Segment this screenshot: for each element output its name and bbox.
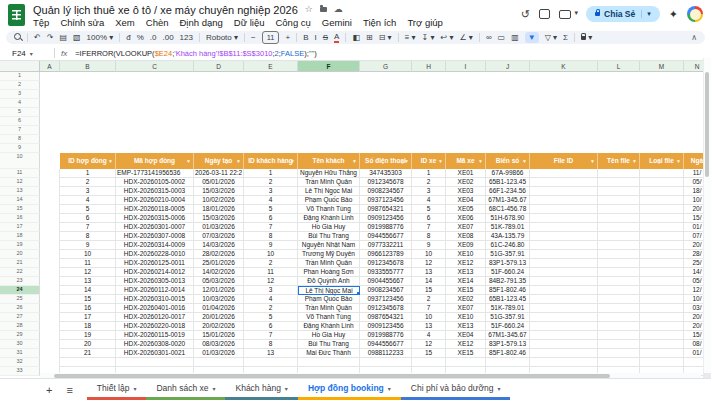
cell[interactable]	[598, 223, 640, 232]
tab-caret-icon[interactable]: ▾	[133, 385, 136, 392]
collapse-toolbar-icon[interactable]: ∧	[691, 33, 697, 42]
cell[interactable]: HDX-20260105-0002	[116, 178, 194, 187]
cell[interactable]: HDX-20260301-0021	[116, 349, 194, 358]
cell[interactable]: 11	[244, 268, 298, 277]
row-header-14[interactable]: 14	[0, 196, 40, 205]
increase-font-size-icon[interactable]: +	[285, 32, 290, 43]
cell[interactable]: HDX-20260314-0009	[116, 241, 194, 250]
cell[interactable]: 4	[412, 196, 446, 205]
table-header[interactable]: File ID▼	[530, 153, 598, 169]
cell[interactable]: XE07	[446, 223, 486, 232]
menu-item-1[interactable]: Chỉnh sửa	[60, 17, 104, 28]
row-header-5[interactable]: 5	[0, 108, 40, 117]
cell[interactable]: 08/03/2026	[194, 340, 244, 349]
cell[interactable]: 13	[60, 277, 116, 286]
table-header[interactable]: Số điện thoại▼	[360, 153, 412, 169]
row-header-30[interactable]: 30	[0, 340, 40, 349]
sheet-tab-3[interactable]: Hợp đồng booking▾	[298, 379, 401, 400]
cell[interactable]: 0966123789	[360, 250, 412, 259]
print-icon[interactable]: ▤	[59, 32, 67, 43]
merge-cells-icon[interactable]: ⊟ ▾	[379, 32, 392, 43]
cell[interactable]	[530, 277, 598, 286]
cell[interactable]: 51G-357.91	[486, 313, 530, 322]
cell[interactable]: 3	[60, 187, 116, 196]
column-header-F[interactable]: F	[298, 61, 360, 72]
cell[interactable]: XE12	[446, 259, 486, 268]
table-header[interactable]: ID khách hàng▼	[244, 153, 298, 169]
row-header-8[interactable]: 8	[0, 135, 40, 144]
table-header[interactable]: Tên khách▼	[298, 153, 360, 169]
filter-funnel-icon[interactable]: ▼	[522, 159, 527, 164]
cell[interactable]	[640, 349, 684, 358]
cell[interactable]	[598, 349, 640, 358]
menu-item-6[interactable]: Công cụ	[275, 17, 310, 28]
sheet-tab-2[interactable]: Khách hàng▾	[225, 379, 297, 400]
more-formats-icon[interactable]: 123	[180, 32, 193, 43]
row-header-2[interactable]: 2	[0, 81, 40, 90]
cell[interactable]: 10	[412, 313, 446, 322]
cell[interactable]	[598, 187, 640, 196]
cell[interactable]: 15	[412, 286, 446, 295]
meet-icon[interactable]	[559, 10, 571, 19]
cell[interactable]	[640, 259, 684, 268]
cell[interactable]	[598, 286, 640, 295]
cell[interactable]	[640, 250, 684, 259]
currency-format-icon[interactable]: đ	[126, 32, 130, 43]
cell[interactable]	[640, 223, 684, 232]
cell[interactable]: HDX-20260308-0020	[116, 340, 194, 349]
font-select[interactable]: Roboto ▾	[206, 32, 238, 43]
row-header-22[interactable]: 22	[0, 268, 40, 277]
cell[interactable]: HDX-20260315-0006	[116, 214, 194, 223]
cell[interactable]	[640, 322, 684, 331]
cell[interactable]: 12	[244, 277, 298, 286]
cell[interactable]: HDX-20260307-0008	[116, 232, 194, 241]
cell[interactable]: 67A-99866	[486, 169, 530, 178]
cell[interactable]: 14	[412, 277, 446, 286]
percent-format-icon[interactable]: %	[137, 32, 144, 43]
cell[interactable]: 14/02/2026	[194, 268, 244, 277]
cell[interactable]: XE09	[446, 241, 486, 250]
sheet-tab-1[interactable]: Danh sách xe▾	[146, 379, 225, 400]
cell[interactable]: XE15	[446, 349, 486, 358]
cell[interactable]: 10	[412, 250, 446, 259]
cell[interactable]: Trần Minh Quân	[298, 304, 360, 313]
row-header-31[interactable]: 31	[0, 349, 40, 358]
cell[interactable]	[530, 232, 598, 241]
menu-item-7[interactable]: Gemini	[322, 17, 352, 28]
cell[interactable]: 0987654321	[360, 313, 412, 322]
cell[interactable]: XE04	[446, 331, 486, 340]
cell[interactable]	[244, 358, 298, 367]
cell[interactable]	[640, 304, 684, 313]
v-scroll-thumb[interactable]	[705, 72, 709, 177]
filter-funnel-icon[interactable]: ▼	[676, 159, 681, 164]
menu-item-0[interactable]: Tệp	[33, 17, 49, 28]
cell[interactable]: 0987654321	[360, 205, 412, 214]
cell[interactable]: 0933555777	[360, 268, 412, 277]
filter-funnel-icon[interactable]: ▼	[186, 159, 191, 164]
cell[interactable]	[640, 178, 684, 187]
cell[interactable]: 0912345678	[360, 178, 412, 187]
version-history-icon[interactable]: ↺	[521, 9, 530, 20]
row-header-28[interactable]: 28	[0, 322, 40, 331]
horizontal-align-icon[interactable]: ≡ ▾	[405, 32, 416, 43]
cell[interactable]: HDX-20260118-0005	[116, 205, 194, 214]
insert-chart-icon[interactable]: ▥	[511, 32, 519, 43]
cell[interactable]: HDX-20260115-0019	[116, 331, 194, 340]
cell[interactable]: 51H-678.90	[486, 214, 530, 223]
row-header-25[interactable]: 25	[0, 295, 40, 304]
cell[interactable]: Võ Thanh Tùng	[298, 313, 360, 322]
row-header-21[interactable]: 21	[0, 259, 40, 268]
cell[interactable]: Hồ Gia Huy	[298, 331, 360, 340]
cell[interactable]: 65B1-123.45	[486, 295, 530, 304]
cell[interactable]: 0908234567	[360, 286, 412, 295]
cell[interactable]	[530, 259, 598, 268]
cell[interactable]	[640, 295, 684, 304]
cell[interactable]: Trần Minh Quân	[298, 259, 360, 268]
cell[interactable]: 10/03/2026	[194, 295, 244, 304]
increase-decimals-icon[interactable]: .00	[162, 32, 173, 43]
table-header[interactable]: ID hợp đồng▼	[60, 153, 116, 169]
cell[interactable]: 51K-789.01	[486, 223, 530, 232]
cell[interactable]: 1	[60, 169, 116, 178]
cell[interactable]: 9	[60, 241, 116, 250]
cell[interactable]: HDX-20260120-0017	[116, 313, 194, 322]
